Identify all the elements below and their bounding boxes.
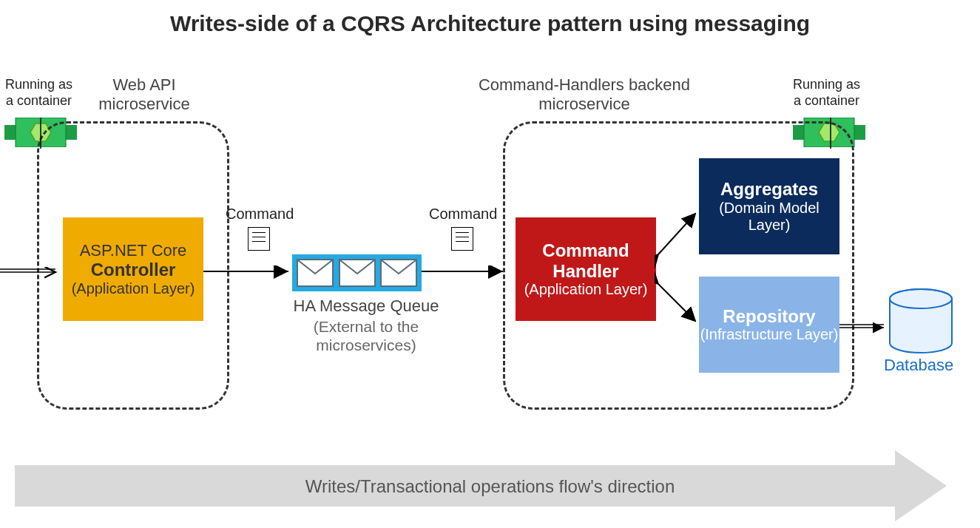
svg-line-12 [658,214,695,254]
envelope-icon [339,259,376,287]
repository-sub: (Infrastructure Layer) [700,326,839,343]
database-label: Database [884,356,953,375]
controller-line2: Controller [91,260,176,280]
container-label-left: Running as a container [0,77,78,109]
queue-sub: (External to the microservices) [292,317,440,354]
svg-rect-9 [854,125,865,140]
aggregates-box: Aggregates (Domain Model Layer) [699,158,839,254]
command-label-2: Command [429,205,497,223]
controller-box: ASP.NET Core Controller (Application Lay… [63,217,203,321]
container-connector-left [37,118,44,151]
handler-title: Command Handler [516,240,656,281]
svg-line-13 [658,284,695,321]
controller-line1: ASP.NET Core [80,241,187,260]
envelope-icon [297,259,334,287]
flow-arrow: Writes/Transactional operations flow's d… [15,465,965,510]
controller-sub: (Application Layer) [72,280,195,297]
backend-label: Command-Handlers backend microservice [473,75,695,115]
queue-title: HA Message Queue [292,297,440,316]
handler-arrows [655,192,706,339]
database-icon [888,288,954,354]
repository-box: Repository (Infrastructure Layer) [699,277,839,373]
flow-label: Writes/Transactional operations flow's d… [305,476,675,496]
arrow-controller-queue [203,265,300,280]
handler-box: Command Handler (Application Layer) [516,217,656,321]
handler-sub: (Application Layer) [524,281,648,298]
container-connector-right [827,118,834,151]
entry-arrow [0,264,67,279]
queue-box [292,254,422,291]
webapi-label: Web API microservice [89,75,200,115]
command-icon-2 [451,227,473,251]
command-icon-1 [248,227,270,251]
aggregates-title: Aggregates [720,179,818,200]
envelope-icon [380,259,417,287]
svg-rect-0 [4,125,16,140]
diagram-canvas: Running as a container Web API microserv… [0,36,980,450]
aggregates-sub: (Domain Model Layer) [699,200,839,234]
repository-title: Repository [723,306,815,327]
diagram-title: Writes-side of a CQRS Architecture patte… [0,11,980,36]
command-label-1: Command [226,205,294,223]
container-label-right: Running as a container [788,77,865,109]
